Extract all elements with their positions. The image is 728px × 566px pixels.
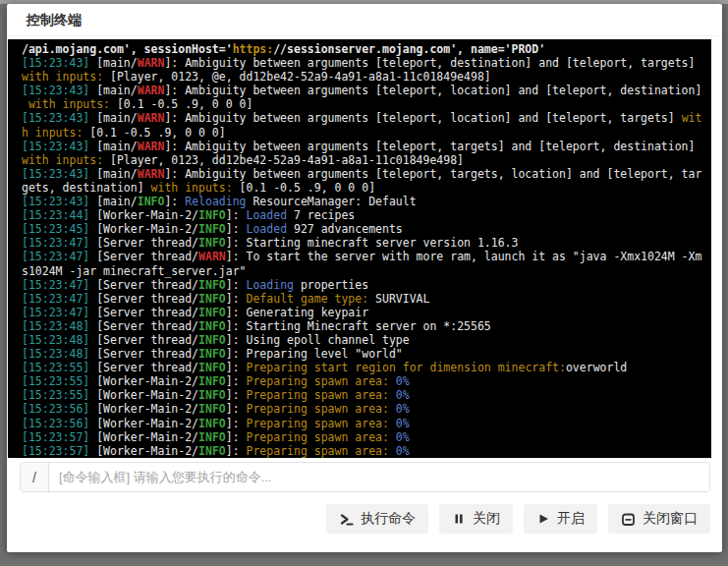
console-row: [15:23:48] [Server thread/INFO]: Using e… — [22, 333, 709, 347]
console-row: [15:23:57] [Worker-Main-2/INFO]: Prepari… — [22, 430, 709, 444]
terminal-dialog: 控制终端 /api.mojang.com', sessionHost='http… — [7, 4, 722, 552]
stop-server-button[interactable]: 关闭 — [439, 504, 513, 534]
console-row: [15:23:47] [Server thread/INFO]: Generat… — [22, 306, 709, 319]
console-row: gets, destination] with inputs: [0.1 -0.… — [22, 181, 709, 195]
dialog-title: 控制终端 — [27, 12, 82, 28]
console-row: [15:23:43] [main/INFO]: Reloading Resour… — [22, 195, 709, 208]
start-server-button[interactable]: 开启 — [524, 504, 597, 534]
console-row: [15:23:43] [main/WARN]: Ambiguity betwee… — [22, 56, 709, 70]
console-row: with inputs: [Player, 0123, @e, dd12be42… — [22, 70, 709, 84]
console-row: s1024M -jar minecraft_server.jar" — [22, 264, 709, 278]
console-row: [15:23:43] [main/WARN]: Ambiguity betwee… — [22, 140, 709, 153]
console-row: [15:23:55] [Worker-Main-2/INFO]: Prepari… — [22, 374, 709, 388]
command-input-group: / — [20, 462, 710, 492]
console-row: [15:23:56] [Worker-Main-2/INFO]: Prepari… — [22, 417, 709, 430]
console-row: [15:23:55] [Server thread/INFO]: Prepari… — [22, 361, 709, 374]
console-output: /api.mojang.com', sessionHost='https://s… — [8, 39, 711, 458]
command-input[interactable] — [49, 463, 709, 491]
execute-command-button[interactable]: 执行命令 — [326, 504, 428, 534]
console-row: /api.mojang.com', sessionHost='https://s… — [22, 42, 709, 56]
play-icon — [536, 512, 550, 526]
console-row: with inputs: [Player, 0123, dd12be42-52a… — [22, 153, 709, 167]
terminal-icon — [339, 512, 354, 527]
console-row: [15:23:43] [main/WARN]: Ambiguity betwee… — [22, 84, 709, 97]
dialog-title-bar: 控制终端 — [7, 4, 722, 36]
close-window-label: 关闭窗口 — [643, 510, 698, 528]
console-row: [15:23:43] [main/WARN]: Ambiguity betwee… — [22, 111, 709, 125]
console-row: [15:23:47] [Server thread/INFO]: Default… — [22, 292, 709, 306]
console-row: [15:23:47] [Server thread/INFO]: Startin… — [22, 236, 709, 250]
pause-icon — [452, 512, 466, 526]
dialog-button-row: 执行命令 关闭 开启 — [326, 504, 710, 534]
console-row: [15:23:44] [Worker-Main-2/INFO]: Loaded … — [22, 208, 709, 222]
close-window-icon — [621, 512, 636, 527]
console-row: [15:23:45] [Worker-Main-2/INFO]: Loaded … — [22, 222, 709, 236]
command-prefix: / — [21, 463, 49, 491]
console-row: with inputs: [0.1 -0.5 .9, 0 0 0] — [22, 97, 709, 111]
console-row: [15:23:55] [Worker-Main-2/INFO]: Prepari… — [22, 388, 709, 402]
console-row: [15:23:57] [Worker-Main-2/INFO]: Prepari… — [22, 444, 709, 458]
stop-server-label: 关闭 — [473, 510, 500, 528]
console-row: [15:23:47] [Server thread/WARN]: To star… — [22, 250, 709, 263]
start-server-label: 开启 — [557, 510, 585, 528]
console-row: [15:23:47] [Server thread/INFO]: Loading… — [22, 278, 709, 292]
console-row: [15:23:48] [Server thread/INFO]: Prepari… — [22, 347, 709, 361]
console-row: [15:23:48] [Server thread/INFO]: Startin… — [22, 319, 709, 333]
console-row: [15:23:43] [main/WARN]: Ambiguity betwee… — [22, 167, 709, 181]
close-window-button[interactable]: 关闭窗口 — [608, 504, 710, 534]
console-row: [15:23:56] [Worker-Main-2/INFO]: Prepari… — [22, 402, 709, 416]
console-row: h inputs: [0.1 -0.5 .9, 0 0 0] — [22, 126, 709, 140]
execute-command-label: 执行命令 — [361, 510, 416, 528]
